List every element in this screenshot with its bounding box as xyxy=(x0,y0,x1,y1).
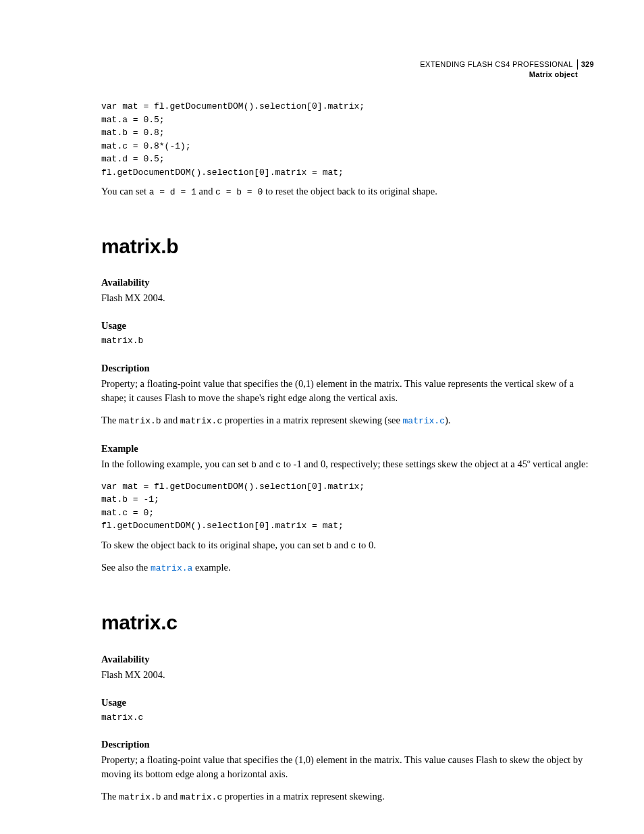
text: and xyxy=(161,791,180,802)
inline-code: matrix.b xyxy=(119,792,161,802)
description-paragraph-2: The matrix.b and matrix.c properties in … xyxy=(101,413,594,428)
intro-reset-paragraph: You can set a = d = 1 and c = b = 0 to r… xyxy=(101,184,594,199)
inline-code: matrix.c xyxy=(180,792,222,802)
availability-heading: Availability xyxy=(101,652,594,667)
intro-code-block: var mat = fl.getDocumentDOM().selection[… xyxy=(101,100,594,179)
text: The xyxy=(101,791,119,802)
usage-heading: Usage xyxy=(101,319,594,333)
section-heading-matrix-b: matrix.b xyxy=(101,232,594,261)
text: ). xyxy=(445,415,450,425)
xref-matrix-c[interactable]: matrix.c xyxy=(403,416,445,426)
text: To skew the object back to its original … xyxy=(101,540,327,550)
text: and xyxy=(331,540,350,550)
example-after-paragraph: To skew the object back to its original … xyxy=(101,538,594,553)
usage-heading: Usage xyxy=(101,696,594,710)
text: The xyxy=(101,415,119,425)
xref-matrix-a[interactable]: matrix.a xyxy=(151,563,192,573)
text: See also the xyxy=(101,562,151,573)
text: to -1 and 0, respectively; these setting… xyxy=(281,459,588,469)
header-title: EXTENDING FLASH CS4 PROFESSIONAL xyxy=(420,59,577,70)
availability-heading: Availability xyxy=(101,276,594,290)
text: and xyxy=(196,186,215,197)
inline-code: b xyxy=(251,460,257,470)
text: and xyxy=(161,415,180,425)
description-heading: Description xyxy=(101,361,594,375)
availability-text: Flash MX 2004. xyxy=(101,668,594,682)
page-content: var mat = fl.getDocumentDOM().selection[… xyxy=(101,59,594,804)
description-heading: Description xyxy=(101,737,594,752)
description-paragraph: Property; a floating-point value that sp… xyxy=(101,753,594,781)
text: to 0. xyxy=(356,540,375,550)
page-number: 329 xyxy=(578,60,594,68)
text: properties in a matrix represent skewing… xyxy=(222,791,384,802)
availability-text: Flash MX 2004. xyxy=(101,291,594,305)
page: EXTENDING FLASH CS4 PROFESSIONAL329 Matr… xyxy=(0,0,644,834)
section-heading-matrix-c: matrix.c xyxy=(101,608,594,637)
text: and xyxy=(257,459,275,469)
description-paragraph-2: The matrix.b and matrix.c properties in … xyxy=(101,789,594,804)
running-header: EXTENDING FLASH CS4 PROFESSIONAL329 Matr… xyxy=(420,59,594,80)
see-also-paragraph: See also the matrix.a example. xyxy=(101,561,594,575)
inline-code: matrix.b xyxy=(119,416,161,426)
text: properties in a matrix represent skewing… xyxy=(222,415,402,425)
example-intro: In the following example, you can set b … xyxy=(101,457,594,472)
usage-code: matrix.c xyxy=(101,711,594,725)
example-heading: Example xyxy=(101,442,594,456)
inline-code: c = b = 0 xyxy=(215,187,263,197)
text: You can set xyxy=(101,186,149,197)
text: example. xyxy=(192,562,230,573)
inline-code: a = d = 1 xyxy=(149,187,196,197)
usage-code: matrix.b xyxy=(101,334,594,348)
inline-code: c xyxy=(275,460,281,470)
text: to reset the object back to its original… xyxy=(263,186,437,197)
example-code-block: var mat = fl.getDocumentDOM().selection[… xyxy=(101,480,594,533)
text: In the following example, you can set xyxy=(101,459,251,469)
header-subtitle: Matrix object xyxy=(420,70,594,80)
description-paragraph: Property; a floating-point value that sp… xyxy=(101,377,594,405)
inline-code: matrix.c xyxy=(180,416,222,426)
